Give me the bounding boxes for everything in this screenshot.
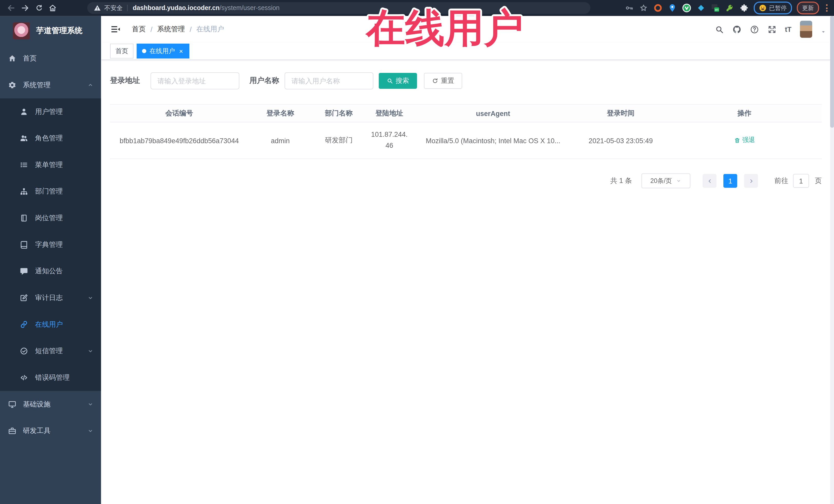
scrollbar-thumb[interactable] xyxy=(830,16,834,128)
tag-home[interactable]: 首页 xyxy=(110,44,133,59)
password-key-icon[interactable] xyxy=(624,3,634,13)
search-button[interactable]: 搜索 xyxy=(379,73,417,89)
comment-icon xyxy=(20,267,28,275)
sidebar-item-department-management[interactable]: 部门管理 xyxy=(0,178,101,205)
extension-orange-ring-icon[interactable] xyxy=(653,3,663,13)
bookmark-star-icon[interactable] xyxy=(639,3,648,13)
chevron-down-icon xyxy=(87,401,94,408)
page-number-1[interactable]: 1 xyxy=(723,174,737,188)
browser-home-button[interactable] xyxy=(46,1,60,15)
url-path: /system/user-session xyxy=(220,4,280,12)
gear-icon xyxy=(8,81,17,89)
pagination: 共 1 条 20条/页 1 前往 页 xyxy=(110,174,822,188)
github-icon[interactable] xyxy=(732,25,741,34)
refresh-icon xyxy=(432,78,438,84)
code-icon xyxy=(20,373,28,382)
browser-forward-button[interactable] xyxy=(18,1,32,15)
extension-green-key-icon[interactable] xyxy=(725,3,734,13)
address-bar[interactable]: 不安全 dashboard.yudao.iocoder.cn/system/us… xyxy=(87,2,591,14)
page-content: 登录地址 用户名称 搜索 重置 xyxy=(101,60,834,504)
extension-blue-diamond-icon[interactable] xyxy=(696,3,706,13)
chevron-down-icon xyxy=(87,348,94,354)
column-department: 部门名称 xyxy=(312,109,366,118)
back-icon xyxy=(7,4,15,12)
sidebar-item-post-management[interactable]: 岗位管理 xyxy=(0,205,101,232)
breadcrumb-home[interactable]: 首页 xyxy=(132,24,146,34)
sidebar-item-system-management[interactable]: 系统管理 xyxy=(0,72,101,98)
breadcrumb-separator: / xyxy=(151,25,153,33)
login-address-label: 登录地址 xyxy=(110,76,140,85)
sidebar-item-menu-management[interactable]: 菜单管理 xyxy=(0,152,101,178)
extensions-puzzle-icon[interactable] xyxy=(739,3,749,13)
cell-login-time: 2021-05-03 23:05:49 xyxy=(573,136,668,145)
header-tools: tT xyxy=(715,21,826,38)
url-host: dashboard.yudao.iocoder.cn xyxy=(133,4,220,12)
sidebar-item-error-code-management[interactable]: 错误码管理 xyxy=(0,365,101,391)
next-page-button[interactable] xyxy=(744,174,758,188)
tag-online-users[interactable]: 在线用户 xyxy=(137,44,190,59)
chevron-down-icon xyxy=(87,294,94,301)
app-title: 芋道管理系统 xyxy=(36,25,82,36)
browser-back-button[interactable] xyxy=(4,1,18,15)
sidebar-item-notice[interactable]: 通知公告 xyxy=(0,258,101,285)
not-secure-label: 不安全 xyxy=(104,4,123,12)
browser-update-button[interactable]: 更新 xyxy=(797,2,819,14)
breadcrumb-current-page: 在线用户 xyxy=(196,24,224,34)
prev-page-button[interactable] xyxy=(703,174,717,188)
user-icon xyxy=(20,108,28,116)
chevron-up-icon xyxy=(87,82,94,88)
sidebar-item-sms-management[interactable]: 短信管理 xyxy=(0,338,101,365)
sidebar-item-audit-log[interactable]: 审计日志 xyxy=(0,285,101,311)
tag-close-icon[interactable] xyxy=(178,48,184,54)
cell-actions: 强退 xyxy=(668,136,820,145)
sidebar-item-home[interactable]: 首页 xyxy=(0,45,101,72)
cell-department: 研发部门 xyxy=(312,136,366,145)
trash-icon xyxy=(734,137,740,144)
reset-button[interactable]: 重置 xyxy=(424,73,462,89)
extension-blue-pin-icon[interactable] xyxy=(667,3,677,13)
help-icon[interactable] xyxy=(750,25,759,34)
book-icon xyxy=(20,240,28,249)
logo-image xyxy=(13,22,30,39)
app-logo[interactable]: 芋道管理系统 xyxy=(0,16,101,45)
browser-reload-button[interactable] xyxy=(32,1,46,15)
sidebar-item-online-users[interactable]: 在线用户 xyxy=(0,311,101,338)
page-unit-label: 页 xyxy=(815,176,822,185)
browser-menu-kebab-icon[interactable] xyxy=(824,3,830,13)
sidebar-item-role-management[interactable]: 角色管理 xyxy=(0,125,101,152)
fullscreen-icon[interactable] xyxy=(767,25,776,34)
sidebar-item-dev-tools[interactable]: 研发工具 xyxy=(0,418,101,444)
table-row: bfbb1ab79ba849e49fb26ddb56a73044 admin 研… xyxy=(110,123,822,159)
magnifier-icon xyxy=(387,78,393,84)
cell-login-address: 101.87.244.46 xyxy=(366,129,413,151)
breadcrumb: 首页 / 系统管理 / 在线用户 xyxy=(132,24,224,34)
page-size-select[interactable]: 20条/页 xyxy=(641,174,690,188)
sidebar-item-dict-management[interactable]: 字典管理 xyxy=(0,232,101,258)
chevron-down-icon xyxy=(87,428,94,434)
active-tag-dot xyxy=(142,49,146,53)
browser-toolbar-right: en 已暂停 更新 xyxy=(624,2,830,14)
force-logout-button[interactable]: 强退 xyxy=(734,136,755,145)
link-icon xyxy=(20,320,28,329)
avatar-caret-down-icon[interactable] xyxy=(821,29,826,35)
breadcrumb-separator: / xyxy=(190,25,192,33)
breadcrumb-system-management[interactable]: 系统管理 xyxy=(157,24,185,34)
search-icon[interactable] xyxy=(715,25,724,34)
extension-translate-en-icon[interactable]: en xyxy=(710,3,720,13)
monitor-icon xyxy=(8,400,17,409)
goto-page-input[interactable] xyxy=(793,174,809,188)
chevron-left-icon xyxy=(707,178,712,184)
column-actions: 操作 xyxy=(668,109,820,118)
sidebar-item-infrastructure[interactable]: 基础设施 xyxy=(0,391,101,418)
login-address-input[interactable] xyxy=(151,72,239,89)
username-input[interactable] xyxy=(285,72,373,89)
extension-green-circle-icon[interactable] xyxy=(682,3,691,13)
update-label: 更新 xyxy=(802,4,814,12)
sidebar-item-user-management[interactable]: 用户管理 xyxy=(0,98,101,125)
column-login-time: 登录时间 xyxy=(573,109,668,118)
font-size-button[interactable]: tT xyxy=(785,25,791,33)
sidebar-collapse-hamburger-icon[interactable] xyxy=(110,24,120,35)
user-avatar[interactable] xyxy=(800,21,812,38)
paused-extension-badge[interactable]: 已暂停 xyxy=(754,2,792,14)
browser-chrome: 不安全 dashboard.yudao.iocoder.cn/system/us… xyxy=(0,0,834,16)
